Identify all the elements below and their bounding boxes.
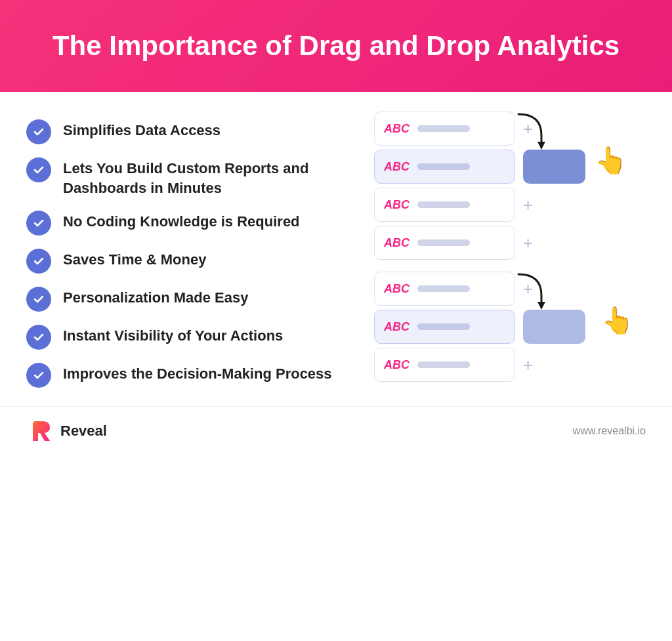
blue-block-top	[523, 150, 585, 184]
dnd-label-row5: ABC	[384, 282, 410, 296]
dnd-card-row4: ABC	[374, 226, 515, 260]
dnd-bar-row3	[417, 201, 470, 208]
drag-arrow-bottom	[505, 269, 551, 312]
svg-point-0	[32, 125, 46, 139]
svg-marker-7	[537, 142, 545, 150]
check-icon-decision-making	[26, 363, 51, 388]
footer-logo-text: Reveal	[60, 423, 107, 440]
dnd-label-row6: ABC	[384, 320, 410, 334]
list-item-text: Improves the Decision-Making Process	[63, 362, 332, 384]
dnd-visual: ABC + ABC 👆	[374, 112, 646, 393]
blue-block-bottom	[523, 310, 585, 344]
svg-point-6	[32, 368, 46, 383]
dnd-bar-row7	[417, 362, 470, 368]
check-icon-personalization	[26, 287, 51, 312]
dnd-card-row2-highlight: ABC	[374, 150, 515, 184]
check-icon-simplifies	[26, 119, 51, 144]
svg-marker-8	[537, 302, 545, 310]
dnd-plus-row4: +	[523, 233, 533, 253]
dnd-label-row7: ABC	[384, 358, 410, 372]
dnd-label-highlight: ABC	[384, 160, 410, 174]
dnd-plus-row7: +	[523, 355, 533, 375]
dnd-card-row7: ABC	[374, 348, 515, 382]
page-title: The Importance of Drag and Drop Analytic…	[52, 30, 620, 62]
list-item: No Coding Knowledge is Required	[26, 209, 348, 236]
check-icon-saves-time	[26, 249, 51, 274]
list-item-text: Personalization Made Easy	[63, 285, 248, 308]
dnd-bar-highlight	[417, 163, 470, 170]
list-item: Lets You Build Custom Reports and Dashbo…	[26, 156, 348, 197]
dnd-bar-row5	[417, 285, 470, 292]
svg-point-2	[32, 216, 46, 230]
drag-arrow-top	[505, 109, 551, 152]
dnd-card-row6-highlight: ABC	[374, 310, 515, 344]
dnd-label: ABC	[384, 122, 410, 136]
header-section: The Importance of Drag and Drop Analytic…	[0, 0, 672, 92]
list-item-text: Lets You Build Custom Reports and Dashbo…	[63, 156, 348, 197]
list-item-text: Saves Time & Money	[63, 247, 206, 270]
list-item-text: Instant Visibility of Your Actions	[63, 323, 283, 346]
svg-point-1	[32, 163, 46, 177]
dnd-label-row4: ABC	[384, 236, 410, 250]
svg-point-4	[32, 292, 46, 306]
benefits-list: Simplifies Data Access Lets You Build Cu…	[26, 112, 348, 393]
footer-url: www.revealbi.io	[573, 425, 646, 437]
list-item: Simplifies Data Access	[26, 118, 348, 144]
dnd-card-row1: ABC	[374, 112, 515, 146]
footer-logo-area: Reveal	[26, 417, 107, 445]
list-item: Saves Time & Money	[26, 247, 348, 274]
list-item: Improves the Decision-Making Process	[26, 362, 348, 388]
list-item-text: No Coding Knowledge is Required	[63, 209, 300, 232]
check-icon-instant-visibility	[26, 325, 51, 350]
main-content: Simplifies Data Access Lets You Build Cu…	[0, 92, 672, 406]
list-item-text: Simplifies Data Access	[63, 118, 220, 140]
reveal-logo-icon	[26, 417, 54, 445]
dnd-bar-row4	[417, 239, 470, 246]
svg-point-3	[32, 254, 46, 268]
dnd-bar-row6	[417, 323, 470, 330]
check-icon-custom-reports	[26, 157, 51, 182]
dnd-bar	[417, 125, 470, 132]
list-item: Personalization Made Easy	[26, 285, 348, 312]
dnd-card-row5: ABC	[374, 272, 515, 306]
dnd-label-row3: ABC	[384, 198, 410, 212]
svg-point-5	[32, 330, 46, 344]
dnd-plus-row3: +	[523, 195, 533, 215]
check-icon-no-coding	[26, 211, 51, 236]
footer: Reveal www.revealbi.io	[0, 406, 672, 454]
list-item: Instant Visibility of Your Actions	[26, 323, 348, 350]
dnd-card-row3: ABC	[374, 188, 515, 222]
